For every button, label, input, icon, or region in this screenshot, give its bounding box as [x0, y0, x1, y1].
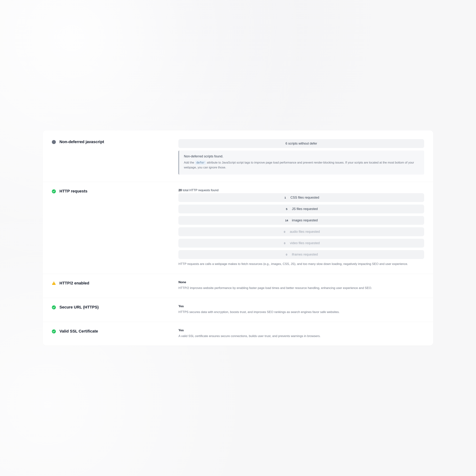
section-body: 20 total HTTP requests found 1 CSS files…	[178, 188, 424, 267]
section-title: Non-deferred javascript	[59, 139, 104, 145]
badge-count: 0	[283, 230, 287, 233]
callout-body: Add the defer attribute to JavaScript sc…	[184, 160, 419, 170]
callout-text-prefix: Add the	[184, 161, 195, 164]
section-description: HTTP requests are calls a webpage makes …	[178, 261, 424, 267]
section-title: Valid SSL Certificate	[59, 328, 98, 334]
badge-count: 0	[283, 242, 287, 245]
badge-label: images requested	[292, 219, 318, 222]
badge-count: 14	[285, 219, 289, 222]
badge-label: CSS files requested	[290, 196, 319, 199]
badge-count: 5	[285, 207, 289, 211]
section-title: Secure URL (HTTPS)	[59, 305, 99, 310]
request-badge-images: 14 images requested	[178, 216, 424, 225]
request-badge-iframes: 0 iframes requested	[178, 250, 424, 259]
request-badge-js: 5 JS files requested	[178, 204, 424, 213]
badge-label: JS files requested	[292, 207, 318, 211]
section-https: Secure URL (HTTPS) Yes HTTPS secures dat…	[43, 298, 433, 322]
section-nondeferred: Non-deferred javascript 6 scripts withou…	[43, 137, 433, 182]
status-neutral-icon	[52, 140, 56, 144]
section-value: None	[178, 280, 424, 284]
section-value: Yes	[178, 328, 424, 332]
badge-label: iframes requested	[292, 253, 318, 256]
total-suffix: total HTTP requests found	[182, 188, 219, 192]
section-description: A valid SSL certificate ensures secure c…	[178, 334, 424, 339]
callout-title: Non-deferred scripts found.	[184, 154, 419, 158]
request-badge-video: 0 video files requested	[178, 239, 424, 248]
badge-label: video files requested	[290, 241, 320, 245]
section-ssl: Valid SSL Certificate Yes A valid SSL ce…	[43, 322, 433, 339]
section-http2: HTTP/2 enabled None HTTP/2 improves webs…	[43, 274, 433, 298]
status-success-icon	[52, 189, 56, 193]
request-badge-audio: 0 audio files requested	[178, 227, 424, 236]
section-header: HTTP/2 enabled	[52, 280, 178, 290]
section-http-requests: HTTP requests 20 total HTTP requests fou…	[43, 182, 433, 274]
total-count: 20	[178, 188, 182, 192]
section-body: 6 scripts without defer Non-deferred scr…	[178, 139, 424, 175]
callout-code: defer	[195, 161, 206, 165]
status-warning-icon	[52, 281, 56, 285]
callout-text-suffix: attribute to JavaScript script tags to i…	[184, 161, 414, 169]
status-success-icon	[52, 329, 56, 333]
badge-count: 0	[285, 253, 289, 256]
section-body: Yes HTTPS secures data with encryption, …	[178, 305, 424, 315]
section-header: HTTP requests	[52, 188, 178, 267]
section-title: HTTP/2 enabled	[59, 280, 89, 286]
section-header: Secure URL (HTTPS)	[52, 305, 178, 315]
section-body: Yes A valid SSL certificate ensures secu…	[178, 328, 424, 339]
section-value: Yes	[178, 305, 424, 308]
request-badge-css: 1 CSS files requested	[178, 193, 424, 202]
badge-count: 1	[283, 196, 287, 199]
status-success-icon	[52, 306, 56, 309]
section-header: Valid SSL Certificate	[52, 328, 178, 339]
section-description: HTTPS secures data with encryption, boos…	[178, 309, 424, 315]
section-description: HTTP/2 improves website performance by e…	[178, 286, 424, 290]
badge-label: audio files requested	[290, 230, 320, 234]
section-title: HTTP requests	[59, 188, 87, 194]
callout: Non-deferred scripts found. Add the defe…	[178, 151, 424, 175]
summary-badge: 6 scripts without defer	[178, 139, 424, 148]
audit-card: Non-deferred javascript 6 scripts withou…	[43, 131, 433, 346]
total-requests-line: 20 total HTTP requests found	[178, 188, 424, 192]
section-header: Non-deferred javascript	[52, 139, 178, 175]
section-body: None HTTP/2 improves website performance…	[178, 280, 424, 290]
